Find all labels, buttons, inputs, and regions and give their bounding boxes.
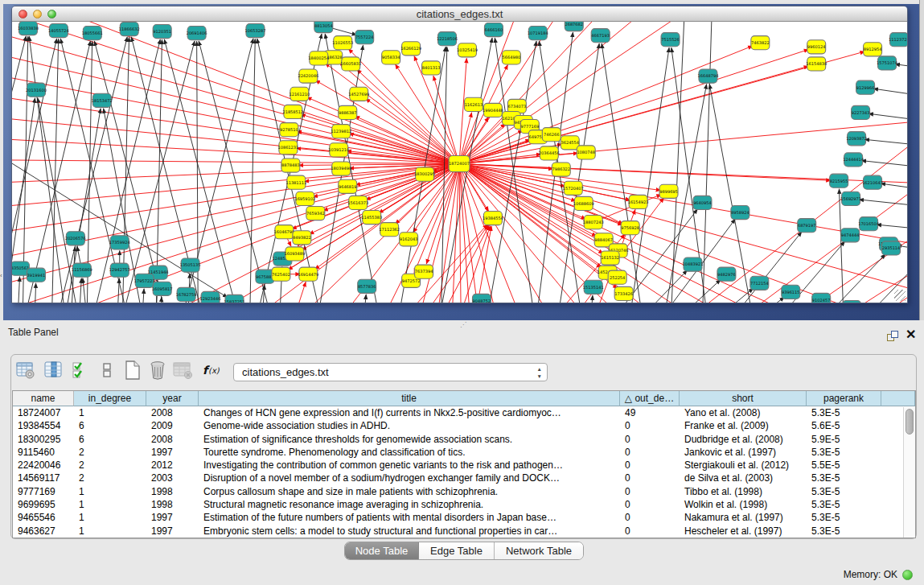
- table-row[interactable]: 969969511998Structural magnetic resonanc…: [13, 499, 901, 512]
- cell-pagerank[interactable]: 5.3E-5: [807, 499, 881, 512]
- graph-node[interactable]: 20206576: [65, 232, 86, 245]
- cell-title[interactable]: Estimation of the future numbers of pati…: [199, 512, 620, 525]
- graph-node[interactable]: 16154923: [628, 195, 649, 208]
- graph-node[interactable]: 10391210: [328, 143, 349, 157]
- cell-out_de…[interactable]: 0: [620, 486, 680, 499]
- graph-node[interactable]: 9640954: [693, 196, 712, 209]
- graph-node[interactable]: 9129966: [856, 80, 875, 94]
- graph-node[interactable]: 4667193: [591, 29, 610, 43]
- graph-node[interactable]: 9899695: [659, 184, 678, 198]
- cell-name[interactable]: 19384554: [13, 420, 74, 433]
- graph-node[interactable]: 16914479: [298, 267, 318, 281]
- graph-node[interactable]: 8493822: [293, 231, 311, 245]
- graph-node[interactable]: 10719184: [528, 27, 548, 40]
- graph-node[interactable]: 16605831: [340, 57, 361, 71]
- graph-node[interactable]: 9102457: [812, 293, 831, 303]
- graph-node[interactable]: 15692971: [840, 192, 861, 205]
- cell-in_degree[interactable]: 1: [74, 499, 146, 512]
- graph-node[interactable]: 9278510: [280, 123, 298, 137]
- cell-year[interactable]: 1997: [146, 525, 199, 538]
- cell-title[interactable]: Investigating the contribution of common…: [199, 459, 620, 472]
- cell-out_de…[interactable]: 0: [620, 525, 680, 538]
- graph-node[interactable]: 8215955: [830, 174, 848, 187]
- column-header-title[interactable]: title: [199, 391, 620, 406]
- graph-node[interactable]: 15720407: [563, 181, 584, 195]
- graph-node[interactable]: 2935114: [882, 241, 901, 255]
- graph-node[interactable]: 13505135: [180, 258, 201, 272]
- column-header-spacer[interactable]: [881, 391, 915, 406]
- column-header-year[interactable]: year: [146, 391, 199, 406]
- table-row[interactable]: 946554611997Estimation of the future num…: [13, 512, 901, 525]
- graph-node[interactable]: 16033838: [18, 22, 39, 35]
- cell-year[interactable]: 2012: [146, 459, 199, 472]
- cell-in_degree[interactable]: 1: [74, 512, 146, 525]
- graph-node[interactable]: 17112362: [379, 223, 400, 237]
- graph-node[interactable]: 18724007: [449, 155, 470, 171]
- graph-node[interactable]: 16046798: [273, 225, 294, 239]
- network-graph[interactable]: 1872400716033838140557241805566111866632…: [12, 22, 907, 303]
- graph-node[interactable]: 10688609: [573, 196, 594, 210]
- graph-node[interactable]: 15751074: [877, 56, 897, 70]
- cell-title[interactable]: Structural magnetic resonance image aver…: [199, 499, 620, 512]
- graph-node[interactable]: 16266129: [400, 42, 421, 56]
- graph-node[interactable]: 18807243: [583, 216, 604, 229]
- window-titlebar[interactable]: citations_edges.txt: [12, 6, 907, 22]
- cell-short[interactable]: Jankovic et al. (1997): [680, 447, 807, 459]
- graph-node[interactable]: 7637394: [415, 265, 433, 278]
- graph-node[interactable]: 7625402: [272, 267, 290, 281]
- graph-node[interactable]: 9474444: [841, 229, 860, 242]
- function-builder-button[interactable]: f(x): [201, 360, 222, 383]
- vertical-scrollbar[interactable]: [903, 407, 915, 538]
- cell-year[interactable]: 1997: [146, 447, 199, 459]
- graph-node[interactable]: 14527699: [348, 87, 369, 101]
- cell-pagerank[interactable]: 5.3E-5: [807, 486, 881, 499]
- cell-name[interactable]: 9115460: [13, 447, 74, 459]
- cell-short[interactable]: de Silva et al. (2003): [680, 472, 807, 485]
- graph-node[interactable]: 15837251: [224, 295, 245, 303]
- graph-node[interactable]: 16095817: [152, 282, 173, 295]
- network-canvas[interactable]: 1872400716033838140557241805566111866632…: [12, 22, 907, 303]
- tab-network-table[interactable]: Network Table: [495, 542, 583, 559]
- graph-node[interactable]: 11381111: [285, 175, 306, 189]
- graph-node[interactable]: 3919941: [27, 268, 45, 282]
- cell-out_de…[interactable]: 0: [620, 459, 680, 472]
- graph-node[interactable]: 6466160: [484, 23, 503, 37]
- window-resize-grip[interactable]: [894, 290, 906, 301]
- graph-node[interactable]: 17359924: [109, 236, 130, 249]
- graph-node[interactable]: 12161210: [289, 87, 310, 101]
- cell-pagerank[interactable]: 5.5E-5: [807, 459, 881, 472]
- cell-name[interactable]: 18724007: [13, 407, 74, 420]
- graph-node[interactable]: 16648794: [698, 69, 719, 83]
- cell-title[interactable]: Corpus callosum shape and size in male p…: [199, 486, 620, 499]
- graph-node[interactable]: 746266: [542, 128, 561, 142]
- minimize-window-button[interactable]: [33, 10, 42, 19]
- cell-out_de…[interactable]: 49: [620, 407, 680, 420]
- graph-node[interactable]: 18039498: [331, 162, 351, 175]
- graph-node[interactable]: 9227343: [852, 105, 870, 119]
- graph-node[interactable]: 11156869: [72, 263, 92, 277]
- graph-node[interactable]: 16959102: [294, 192, 315, 205]
- table-row[interactable]: 1938455462009Genome-wide association stu…: [13, 420, 901, 433]
- graph-node[interactable]: 8958924: [731, 205, 749, 219]
- graph-node[interactable]: 18055661: [82, 27, 103, 40]
- cell-pagerank[interactable]: 5.3E-5: [807, 472, 881, 485]
- cell-in_degree[interactable]: 1: [74, 525, 146, 538]
- graph-node[interactable]: 16210643: [862, 175, 883, 189]
- cell-short[interactable]: Stergiakouli et al. (2012): [680, 459, 807, 472]
- cell-short[interactable]: Dudbridge et al. (2008): [680, 434, 807, 447]
- cell-out_de…[interactable]: 0: [620, 434, 680, 447]
- graph-node[interactable]: 2687682: [565, 22, 583, 31]
- delete-button[interactable]: [148, 360, 167, 383]
- graph-node[interactable]: 1162613: [464, 97, 483, 111]
- cell-title[interactable]: Estimation of significance thresholds fo…: [199, 434, 620, 447]
- cell-year[interactable]: 1998: [146, 499, 199, 512]
- graph-node[interactable]: 9396115: [782, 285, 800, 299]
- new-document-button[interactable]: [123, 360, 142, 383]
- graph-node[interactable]: 10861231: [277, 141, 298, 154]
- cell-out_de…[interactable]: 0: [620, 447, 680, 459]
- graph-node[interactable]: 11866632: [119, 23, 140, 36]
- cell-short[interactable]: Hescheler et al. (1997): [680, 525, 807, 538]
- graph-node[interactable]: 7712154: [750, 276, 769, 290]
- cell-year[interactable]: 2003: [146, 472, 199, 485]
- float-panel-icon[interactable]: [887, 331, 899, 343]
